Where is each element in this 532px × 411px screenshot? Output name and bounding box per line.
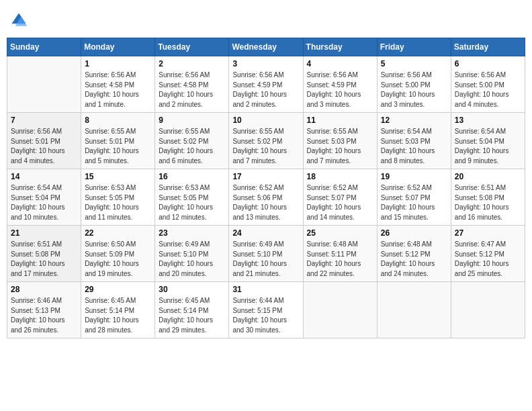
calendar-week-1: 1Sunrise: 6:56 AMSunset: 4:58 PMDaylight… [7, 56, 525, 113]
day-number: 19 [381, 172, 447, 181]
calendar-cell: 29Sunrise: 6:45 AMSunset: 5:14 PMDayligh… [81, 282, 155, 338]
calendar-cell: 26Sunrise: 6:48 AMSunset: 5:12 PMDayligh… [377, 226, 451, 282]
day-info: Sunrise: 6:48 AMSunset: 5:12 PMDaylight:… [381, 240, 447, 279]
calendar-cell: 10Sunrise: 6:55 AMSunset: 5:02 PMDayligh… [229, 113, 303, 169]
calendar-cell: 15Sunrise: 6:53 AMSunset: 5:05 PMDayligh… [81, 169, 155, 226]
calendar-cell: 18Sunrise: 6:52 AMSunset: 5:07 PMDayligh… [303, 169, 377, 226]
col-header-wednesday: Wednesday [229, 38, 303, 56]
calendar-cell: 9Sunrise: 6:55 AMSunset: 5:02 PMDaylight… [155, 113, 229, 169]
calendar-cell: 17Sunrise: 6:52 AMSunset: 5:06 PMDayligh… [229, 169, 303, 226]
day-info: Sunrise: 6:54 AMSunset: 5:03 PMDaylight:… [381, 127, 447, 166]
calendar-cell: 28Sunrise: 6:46 AMSunset: 5:13 PMDayligh… [7, 282, 81, 338]
day-number: 24 [232, 228, 299, 238]
col-header-sunday: Sunday [7, 38, 81, 56]
day-info: Sunrise: 6:49 AMSunset: 5:10 PMDaylight:… [232, 240, 299, 279]
calendar-week-4: 21Sunrise: 6:51 AMSunset: 5:08 PMDayligh… [7, 226, 525, 282]
calendar-week-2: 7Sunrise: 6:56 AMSunset: 5:01 PMDaylight… [7, 113, 525, 169]
calendar-cell: 25Sunrise: 6:48 AMSunset: 5:11 PMDayligh… [303, 226, 377, 282]
day-info: Sunrise: 6:56 AMSunset: 5:00 PMDaylight:… [381, 71, 447, 109]
day-info: Sunrise: 6:55 AMSunset: 5:01 PMDaylight:… [85, 127, 151, 166]
day-info: Sunrise: 6:51 AMSunset: 5:08 PMDaylight:… [455, 183, 521, 222]
day-number: 10 [232, 116, 299, 125]
calendar-cell: 22Sunrise: 6:50 AMSunset: 5:09 PMDayligh… [81, 226, 155, 282]
day-number: 27 [455, 228, 521, 238]
calendar-cell: 14Sunrise: 6:54 AMSunset: 5:04 PMDayligh… [7, 169, 81, 226]
day-number: 1 [85, 59, 151, 68]
col-header-saturday: Saturday [451, 38, 525, 56]
calendar-cell [451, 282, 525, 338]
day-info: Sunrise: 6:56 AMSunset: 4:59 PMDaylight:… [232, 71, 299, 109]
calendar-cell: 31Sunrise: 6:44 AMSunset: 5:15 PMDayligh… [229, 282, 303, 338]
calendar-cell: 4Sunrise: 6:56 AMSunset: 4:59 PMDaylight… [303, 56, 377, 113]
day-info: Sunrise: 6:55 AMSunset: 5:02 PMDaylight:… [159, 127, 225, 166]
calendar-cell: 5Sunrise: 6:56 AMSunset: 5:00 PMDaylight… [377, 56, 451, 113]
calendar-cell: 1Sunrise: 6:56 AMSunset: 4:58 PMDaylight… [81, 56, 155, 113]
day-number: 22 [85, 228, 151, 238]
calendar-cell: 19Sunrise: 6:52 AMSunset: 5:07 PMDayligh… [377, 169, 451, 226]
day-number: 2 [159, 59, 225, 68]
day-info: Sunrise: 6:47 AMSunset: 5:12 PMDaylight:… [455, 240, 521, 279]
calendar-cell: 2Sunrise: 6:56 AMSunset: 4:58 PMDaylight… [155, 56, 229, 113]
day-number: 12 [381, 116, 447, 125]
day-number: 17 [232, 172, 299, 181]
day-info: Sunrise: 6:52 AMSunset: 5:07 PMDaylight:… [307, 183, 373, 222]
day-number: 3 [232, 59, 299, 68]
day-number: 21 [11, 228, 77, 238]
day-number: 20 [455, 172, 521, 181]
col-header-friday: Friday [377, 38, 451, 56]
day-number: 15 [85, 172, 151, 181]
day-number: 26 [381, 228, 447, 238]
day-number: 29 [85, 285, 151, 294]
day-info: Sunrise: 6:56 AMSunset: 4:59 PMDaylight:… [307, 71, 373, 109]
day-number: 30 [159, 285, 225, 294]
day-number: 4 [307, 59, 373, 68]
calendar-cell: 3Sunrise: 6:56 AMSunset: 4:59 PMDaylight… [229, 56, 303, 113]
col-header-monday: Monday [81, 38, 155, 56]
day-info: Sunrise: 6:54 AMSunset: 5:04 PMDaylight:… [11, 183, 77, 222]
col-header-tuesday: Tuesday [155, 38, 229, 56]
day-number: 5 [381, 59, 447, 68]
day-info: Sunrise: 6:45 AMSunset: 5:14 PMDaylight:… [85, 296, 151, 335]
calendar-week-3: 14Sunrise: 6:54 AMSunset: 5:04 PMDayligh… [7, 169, 525, 226]
day-info: Sunrise: 6:56 AMSunset: 5:01 PMDaylight:… [11, 127, 77, 166]
day-info: Sunrise: 6:52 AMSunset: 5:06 PMDaylight:… [232, 183, 299, 222]
col-header-thursday: Thursday [303, 38, 377, 56]
logo-icon [9, 11, 28, 30]
day-info: Sunrise: 6:46 AMSunset: 5:13 PMDaylight:… [11, 296, 77, 335]
calendar-cell: 7Sunrise: 6:56 AMSunset: 5:01 PMDaylight… [7, 113, 81, 169]
day-number: 18 [307, 172, 373, 181]
day-info: Sunrise: 6:56 AMSunset: 4:58 PMDaylight:… [85, 71, 151, 109]
day-info: Sunrise: 6:54 AMSunset: 5:04 PMDaylight:… [455, 127, 521, 166]
day-info: Sunrise: 6:55 AMSunset: 5:03 PMDaylight:… [307, 127, 373, 166]
calendar-cell: 13Sunrise: 6:54 AMSunset: 5:04 PMDayligh… [451, 113, 525, 169]
day-number: 28 [11, 285, 77, 294]
calendar-cell [303, 282, 377, 338]
day-info: Sunrise: 6:50 AMSunset: 5:09 PMDaylight:… [85, 240, 151, 279]
day-number: 7 [11, 116, 77, 125]
day-info: Sunrise: 6:52 AMSunset: 5:07 PMDaylight:… [381, 183, 447, 222]
day-info: Sunrise: 6:48 AMSunset: 5:11 PMDaylight:… [307, 240, 373, 279]
day-number: 8 [85, 116, 151, 125]
day-info: Sunrise: 6:44 AMSunset: 5:15 PMDaylight:… [232, 296, 299, 335]
day-info: Sunrise: 6:53 AMSunset: 5:05 PMDaylight:… [159, 183, 225, 222]
calendar-table: SundayMondayTuesdayWednesdayThursdayFrid… [7, 38, 525, 338]
calendar-cell: 12Sunrise: 6:54 AMSunset: 5:03 PMDayligh… [377, 113, 451, 169]
day-info: Sunrise: 6:51 AMSunset: 5:08 PMDaylight:… [11, 240, 77, 279]
calendar-cell [7, 56, 81, 113]
calendar-cell: 11Sunrise: 6:55 AMSunset: 5:03 PMDayligh… [303, 113, 377, 169]
day-number: 13 [455, 116, 521, 125]
logo [9, 11, 30, 30]
day-number: 16 [159, 172, 225, 181]
calendar-cell: 16Sunrise: 6:53 AMSunset: 5:05 PMDayligh… [155, 169, 229, 226]
calendar-cell [377, 282, 451, 338]
calendar-cell: 6Sunrise: 6:56 AMSunset: 5:00 PMDaylight… [451, 56, 525, 113]
day-info: Sunrise: 6:55 AMSunset: 5:02 PMDaylight:… [232, 127, 299, 166]
calendar-cell: 24Sunrise: 6:49 AMSunset: 5:10 PMDayligh… [229, 226, 303, 282]
day-number: 31 [232, 285, 299, 294]
day-number: 23 [159, 228, 225, 238]
calendar-cell: 20Sunrise: 6:51 AMSunset: 5:08 PMDayligh… [451, 169, 525, 226]
calendar-cell: 23Sunrise: 6:49 AMSunset: 5:10 PMDayligh… [155, 226, 229, 282]
calendar-cell: 21Sunrise: 6:51 AMSunset: 5:08 PMDayligh… [7, 226, 81, 282]
day-info: Sunrise: 6:56 AMSunset: 4:58 PMDaylight:… [159, 71, 225, 109]
calendar-cell: 27Sunrise: 6:47 AMSunset: 5:12 PMDayligh… [451, 226, 525, 282]
